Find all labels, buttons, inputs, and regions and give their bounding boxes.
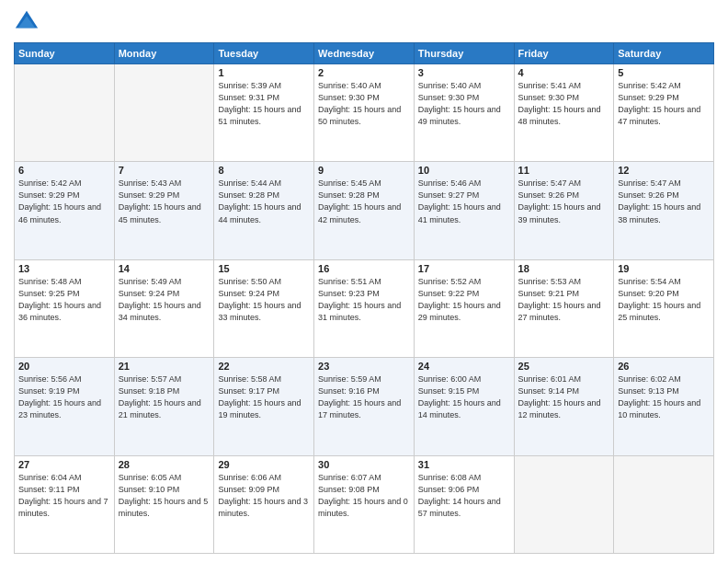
day-detail: Sunrise: 5:48 AM Sunset: 9:25 PM Dayligh…	[18, 276, 110, 324]
calendar-day-cell: 24 Sunrise: 6:00 AM Sunset: 9:15 PM Dayl…	[414, 358, 514, 455]
day-detail: Sunrise: 6:02 AM Sunset: 9:13 PM Dayligh…	[618, 373, 710, 421]
day-number: 9	[318, 165, 410, 176]
calendar-day-cell: 29 Sunrise: 6:06 AM Sunset: 9:09 PM Dayl…	[214, 455, 314, 553]
calendar-day-cell: 17 Sunrise: 5:52 AM Sunset: 9:22 PM Dayl…	[414, 259, 514, 357]
calendar-day-cell: 11 Sunrise: 5:47 AM Sunset: 9:26 PM Dayl…	[514, 162, 614, 259]
page: SundayMondayTuesdayWednesdayThursdayFrid…	[0, 0, 728, 563]
calendar-day-cell: 18 Sunrise: 5:53 AM Sunset: 9:21 PM Dayl…	[514, 259, 614, 357]
day-detail: Sunrise: 6:00 AM Sunset: 9:15 PM Dayligh…	[418, 373, 510, 421]
calendar-day-cell: 12 Sunrise: 5:47 AM Sunset: 9:26 PM Dayl…	[614, 162, 714, 259]
calendar-day-cell: 14 Sunrise: 5:49 AM Sunset: 9:24 PM Dayl…	[114, 259, 214, 357]
calendar-day-cell: 21 Sunrise: 5:57 AM Sunset: 9:18 PM Dayl…	[114, 358, 214, 455]
day-number: 2	[318, 67, 410, 78]
day-detail: Sunrise: 5:46 AM Sunset: 9:27 PM Dayligh…	[418, 178, 510, 225]
calendar-day-cell: 22 Sunrise: 5:58 AM Sunset: 9:17 PM Dayl…	[214, 358, 314, 455]
day-detail: Sunrise: 6:06 AM Sunset: 9:09 PM Dayligh…	[218, 472, 310, 520]
day-number: 26	[618, 361, 710, 372]
day-detail: Sunrise: 5:39 AM Sunset: 9:31 PM Dayligh…	[218, 80, 310, 128]
calendar-header-row: SundayMondayTuesdayWednesdayThursdayFrid…	[15, 43, 714, 64]
day-number: 4	[518, 67, 610, 78]
day-number: 13	[18, 263, 110, 274]
day-number: 10	[418, 165, 510, 176]
day-detail: Sunrise: 5:51 AM Sunset: 9:23 PM Dayligh…	[318, 276, 410, 324]
calendar-week-row: 1 Sunrise: 5:39 AM Sunset: 9:31 PM Dayli…	[15, 64, 714, 162]
day-detail: Sunrise: 5:57 AM Sunset: 9:18 PM Dayligh…	[119, 373, 210, 421]
day-detail: Sunrise: 5:59 AM Sunset: 9:16 PM Dayligh…	[318, 373, 410, 421]
calendar-day-cell: 7 Sunrise: 5:43 AM Sunset: 9:29 PM Dayli…	[114, 162, 214, 259]
calendar-header-thursday: Thursday	[414, 43, 514, 64]
day-number: 25	[518, 361, 610, 372]
calendar-header-monday: Monday	[114, 43, 214, 64]
day-number: 21	[119, 361, 210, 372]
calendar-day-cell	[114, 64, 214, 162]
calendar-header-saturday: Saturday	[614, 43, 714, 64]
day-number: 11	[518, 165, 610, 176]
day-number: 20	[18, 361, 110, 372]
day-detail: Sunrise: 5:47 AM Sunset: 9:26 PM Dayligh…	[618, 178, 710, 225]
calendar-header-wednesday: Wednesday	[314, 43, 415, 64]
day-number: 16	[318, 263, 410, 274]
calendar-day-cell	[15, 64, 115, 162]
day-detail: Sunrise: 5:41 AM Sunset: 9:30 PM Dayligh…	[518, 80, 610, 128]
day-number: 18	[518, 263, 610, 274]
calendar-day-cell: 23 Sunrise: 5:59 AM Sunset: 9:16 PM Dayl…	[314, 358, 415, 455]
day-number: 30	[318, 459, 410, 470]
day-detail: Sunrise: 6:05 AM Sunset: 9:10 PM Dayligh…	[119, 472, 210, 520]
calendar-header-sunday: Sunday	[15, 43, 115, 64]
day-number: 17	[418, 263, 510, 274]
calendar-day-cell: 30 Sunrise: 6:07 AM Sunset: 9:08 PM Dayl…	[314, 455, 415, 553]
day-detail: Sunrise: 5:56 AM Sunset: 9:19 PM Dayligh…	[18, 373, 110, 421]
day-detail: Sunrise: 5:44 AM Sunset: 9:28 PM Dayligh…	[218, 178, 310, 225]
calendar-day-cell: 28 Sunrise: 6:05 AM Sunset: 9:10 PM Dayl…	[114, 455, 214, 553]
calendar-day-cell: 15 Sunrise: 5:50 AM Sunset: 9:24 PM Dayl…	[214, 259, 314, 357]
day-number: 22	[218, 361, 310, 372]
day-detail: Sunrise: 6:04 AM Sunset: 9:11 PM Dayligh…	[18, 472, 110, 520]
day-number: 15	[218, 263, 310, 274]
calendar-week-row: 20 Sunrise: 5:56 AM Sunset: 9:19 PM Dayl…	[15, 358, 714, 455]
calendar-week-row: 13 Sunrise: 5:48 AM Sunset: 9:25 PM Dayl…	[15, 259, 714, 357]
calendar-header-friday: Friday	[514, 43, 614, 64]
calendar-week-row: 6 Sunrise: 5:42 AM Sunset: 9:29 PM Dayli…	[15, 162, 714, 259]
calendar-day-cell: 2 Sunrise: 5:40 AM Sunset: 9:30 PM Dayli…	[314, 64, 415, 162]
day-detail: Sunrise: 6:08 AM Sunset: 9:06 PM Dayligh…	[418, 472, 510, 520]
calendar-day-cell: 16 Sunrise: 5:51 AM Sunset: 9:23 PM Dayl…	[314, 259, 415, 357]
calendar-day-cell: 31 Sunrise: 6:08 AM Sunset: 9:06 PM Dayl…	[414, 455, 514, 553]
day-number: 28	[119, 459, 210, 470]
day-detail: Sunrise: 5:40 AM Sunset: 9:30 PM Dayligh…	[318, 80, 410, 128]
day-detail: Sunrise: 5:40 AM Sunset: 9:30 PM Dayligh…	[418, 80, 510, 128]
calendar-day-cell: 5 Sunrise: 5:42 AM Sunset: 9:29 PM Dayli…	[614, 64, 714, 162]
calendar-day-cell: 8 Sunrise: 5:44 AM Sunset: 9:28 PM Dayli…	[214, 162, 314, 259]
day-number: 27	[18, 459, 110, 470]
day-number: 6	[18, 165, 110, 176]
day-detail: Sunrise: 5:43 AM Sunset: 9:29 PM Dayligh…	[119, 178, 210, 225]
day-number: 23	[318, 361, 410, 372]
calendar-day-cell: 3 Sunrise: 5:40 AM Sunset: 9:30 PM Dayli…	[414, 64, 514, 162]
calendar-day-cell: 13 Sunrise: 5:48 AM Sunset: 9:25 PM Dayl…	[15, 259, 115, 357]
calendar-day-cell: 20 Sunrise: 5:56 AM Sunset: 9:19 PM Dayl…	[15, 358, 115, 455]
logo	[14, 9, 43, 35]
calendar-day-cell: 1 Sunrise: 5:39 AM Sunset: 9:31 PM Dayli…	[214, 64, 314, 162]
day-detail: Sunrise: 5:53 AM Sunset: 9:21 PM Dayligh…	[518, 276, 610, 324]
calendar-day-cell	[514, 455, 614, 553]
calendar-day-cell	[614, 455, 714, 553]
day-detail: Sunrise: 5:50 AM Sunset: 9:24 PM Dayligh…	[218, 276, 310, 324]
day-detail: Sunrise: 5:42 AM Sunset: 9:29 PM Dayligh…	[18, 178, 110, 225]
calendar-day-cell: 19 Sunrise: 5:54 AM Sunset: 9:20 PM Dayl…	[614, 259, 714, 357]
day-number: 24	[418, 361, 510, 372]
day-number: 14	[119, 263, 210, 274]
day-number: 12	[618, 165, 710, 176]
day-number: 1	[218, 67, 310, 78]
day-number: 31	[418, 459, 510, 470]
calendar-day-cell: 4 Sunrise: 5:41 AM Sunset: 9:30 PM Dayli…	[514, 64, 614, 162]
header	[14, 9, 714, 35]
day-detail: Sunrise: 5:45 AM Sunset: 9:28 PM Dayligh…	[318, 178, 410, 225]
calendar-week-row: 27 Sunrise: 6:04 AM Sunset: 9:11 PM Dayl…	[15, 455, 714, 553]
day-detail: Sunrise: 6:07 AM Sunset: 9:08 PM Dayligh…	[318, 472, 410, 520]
day-detail: Sunrise: 6:01 AM Sunset: 9:14 PM Dayligh…	[518, 373, 610, 421]
day-number: 3	[418, 67, 510, 78]
day-number: 8	[218, 165, 310, 176]
day-detail: Sunrise: 5:52 AM Sunset: 9:22 PM Dayligh…	[418, 276, 510, 324]
calendar-day-cell: 25 Sunrise: 6:01 AM Sunset: 9:14 PM Dayl…	[514, 358, 614, 455]
calendar-day-cell: 9 Sunrise: 5:45 AM Sunset: 9:28 PM Dayli…	[314, 162, 415, 259]
day-detail: Sunrise: 5:49 AM Sunset: 9:24 PM Dayligh…	[119, 276, 210, 324]
